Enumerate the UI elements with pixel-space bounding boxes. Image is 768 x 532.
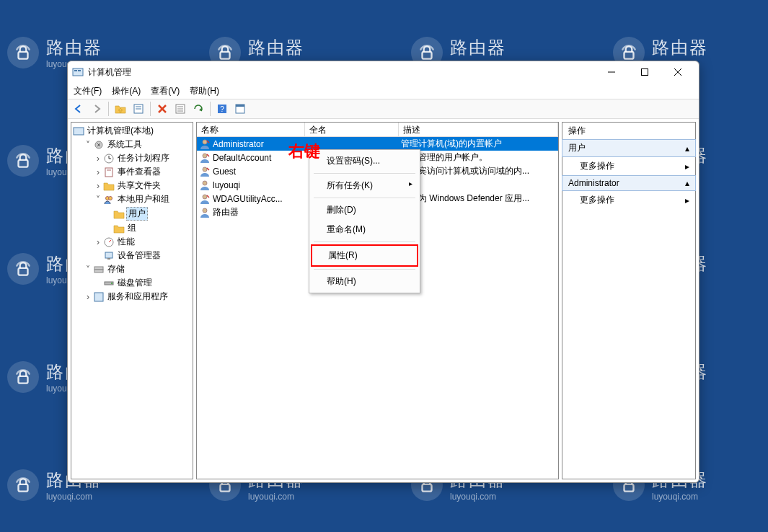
- tree-systools[interactable]: ˅系统工具: [83, 138, 191, 151]
- tree-disk[interactable]: 磁盘管理: [93, 276, 191, 290]
- svg-rect-1: [221, 52, 230, 59]
- list-button[interactable]: [172, 101, 188, 117]
- svg-point-55: [111, 283, 112, 284]
- tree-task[interactable]: ›任务计划程序: [93, 151, 191, 165]
- ctx-props[interactable]: 属性(R): [311, 244, 418, 267]
- tree-root[interactable]: 计算机管理(本地): [73, 124, 191, 138]
- annotation-rightclick: 右键: [288, 141, 320, 162]
- tree-pane: 计算机管理(本地) ˅系统工具 ›任务计划程序 ›事件查看器 ›共享文件夹 ˅本…: [71, 122, 193, 479]
- titlebar[interactable]: 计算机管理: [68, 61, 699, 83]
- svg-rect-22: [78, 70, 81, 71]
- actions-section-users[interactable]: 用户▴: [562, 139, 696, 157]
- app-icon: [72, 66, 84, 78]
- user-icon: [199, 207, 211, 218]
- svg-rect-52: [94, 267, 103, 270]
- user-icon: [199, 166, 211, 177]
- user-icon: [199, 193, 211, 205]
- svg-rect-53: [94, 270, 103, 272]
- maximize-button[interactable]: [628, 62, 661, 82]
- minimize-button[interactable]: [595, 62, 628, 82]
- tree-devmgr[interactable]: 设备管理器: [93, 249, 191, 262]
- menu-view[interactable]: 查看(V): [146, 84, 184, 99]
- ctx-help[interactable]: 帮助(H): [311, 272, 418, 291]
- menu-help[interactable]: 帮助(H): [185, 84, 224, 99]
- actions-more-1[interactable]: 更多操作▸: [562, 156, 695, 176]
- svg-point-60: [203, 181, 207, 185]
- context-menu: 设置密码(S)... 所有任务(K) 删除(D) 重命名(M) 属性(R) 帮助…: [309, 149, 420, 293]
- props-button[interactable]: [131, 101, 146, 117]
- svg-rect-40: [74, 128, 84, 135]
- user-icon: [199, 138, 211, 150]
- svg-rect-51: [107, 258, 110, 260]
- delete-button[interactable]: [154, 101, 170, 117]
- svg-rect-12: [19, 376, 28, 384]
- actions-title: 操作: [562, 123, 695, 140]
- svg-rect-39: [236, 105, 244, 107]
- menu-file[interactable]: 文件(F): [69, 84, 106, 99]
- svg-point-48: [109, 196, 112, 200]
- actions-section-admin[interactable]: Administrator▴: [562, 175, 696, 191]
- svg-point-58: [203, 154, 207, 158]
- actions-pane: 操作 用户▴ 更多操作▸ Administrator▴ 更多操作▸: [562, 122, 696, 479]
- svg-rect-18: [423, 484, 432, 492]
- svg-rect-19: [624, 484, 634, 492]
- tree-groups[interactable]: 组: [103, 221, 191, 235]
- ctx-setpwd[interactable]: 设置密码(S)...: [311, 151, 418, 171]
- tree-perf[interactable]: ›性能: [93, 235, 191, 249]
- tree-localusers[interactable]: ˅本地用户和组: [93, 192, 191, 206]
- svg-rect-16: [19, 484, 28, 492]
- refresh-button[interactable]: [190, 101, 206, 117]
- svg-rect-24: [642, 69, 648, 76]
- help-button[interactable]: ?: [214, 101, 230, 117]
- menubar: 文件(F) 操作(A) 查看(V) 帮助(H): [68, 83, 699, 99]
- svg-rect-4: [19, 160, 28, 167]
- tree-shared[interactable]: ›共享文件夹: [93, 179, 191, 192]
- user-icon: [199, 179, 211, 191]
- svg-rect-20: [73, 68, 83, 76]
- svg-rect-3: [624, 52, 634, 59]
- window-title: 计算机管理: [88, 66, 595, 79]
- tree-users[interactable]: 用户: [103, 206, 191, 221]
- svg-point-59: [203, 167, 207, 172]
- svg-rect-17: [221, 484, 230, 492]
- tree-services[interactable]: ›服务和应用程序: [83, 290, 191, 303]
- actions-more-2[interactable]: 更多操作▸: [562, 190, 695, 210]
- tree-event[interactable]: ›事件查看器: [93, 165, 191, 179]
- svg-rect-50: [105, 252, 112, 258]
- col-name[interactable]: 名称: [197, 123, 305, 136]
- col-desc[interactable]: 描述: [399, 123, 558, 136]
- svg-point-57: [203, 140, 207, 144]
- forward-button[interactable]: [89, 101, 105, 117]
- col-fullname[interactable]: 全名: [305, 123, 399, 136]
- svg-point-62: [203, 208, 207, 213]
- menu-action[interactable]: 操作(A): [107, 84, 145, 99]
- svg-rect-21: [74, 70, 77, 71]
- ctx-rename[interactable]: 重命名(M): [311, 220, 418, 239]
- svg-rect-2: [423, 52, 432, 59]
- export-button[interactable]: [232, 101, 248, 117]
- collapse-icon: ▴: [685, 178, 689, 188]
- svg-point-61: [203, 195, 207, 199]
- user-icon: [199, 152, 211, 164]
- list-header: 名称 全名 描述: [197, 123, 558, 137]
- svg-rect-45: [105, 168, 112, 177]
- back-button[interactable]: [71, 101, 87, 117]
- ctx-delete[interactable]: 删除(D): [311, 200, 418, 220]
- toolbar: ?: [68, 99, 699, 119]
- svg-text:?: ?: [220, 105, 224, 113]
- svg-rect-8: [19, 268, 28, 275]
- collapse-icon: ▴: [685, 143, 689, 154]
- tree-storage[interactable]: ˅存储: [83, 262, 191, 276]
- ctx-alltasks[interactable]: 所有任务(K): [311, 176, 418, 195]
- svg-rect-56: [94, 293, 103, 301]
- up-button[interactable]: [112, 101, 128, 117]
- svg-rect-0: [19, 52, 28, 59]
- close-button[interactable]: [661, 62, 694, 82]
